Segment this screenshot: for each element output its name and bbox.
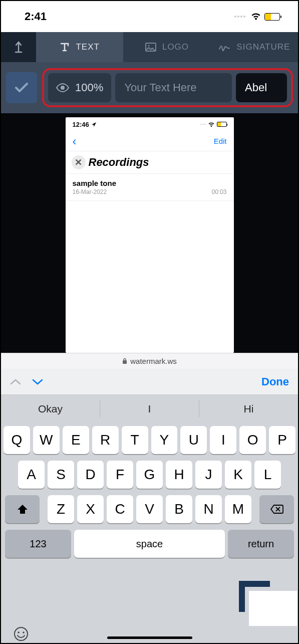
text-placeholder: Your Text Here bbox=[124, 81, 196, 94]
wifi-icon bbox=[250, 13, 261, 21]
text-toolbar: 100% Your Text Here Abel bbox=[1, 62, 298, 113]
tab-logo[interactable]: LOGO bbox=[123, 32, 210, 62]
preview-title: Recordings bbox=[89, 156, 149, 169]
svg-point-5 bbox=[18, 631, 20, 633]
tab-logo-label: LOGO bbox=[162, 42, 189, 52]
key-q[interactable]: Q bbox=[4, 426, 30, 454]
key-b[interactable]: B bbox=[166, 495, 192, 523]
chevron-up-icon[interactable] bbox=[10, 378, 21, 385]
preview-status-bar: 12:46 bbox=[66, 117, 234, 131]
keyboard-suggestions: Okay I Hi bbox=[1, 395, 298, 423]
key-u[interactable]: U bbox=[180, 426, 207, 454]
back-button[interactable] bbox=[1, 32, 36, 62]
text-icon bbox=[60, 42, 70, 52]
suggestion-3[interactable]: Hi bbox=[199, 400, 298, 417]
svg-point-1 bbox=[148, 45, 149, 47]
key-space[interactable]: space bbox=[74, 530, 225, 558]
preview-edit-label: Edit bbox=[214, 137, 227, 145]
suggestion-1[interactable]: Okay bbox=[1, 400, 100, 417]
key-y[interactable]: Y bbox=[151, 426, 178, 454]
key-f[interactable]: F bbox=[107, 461, 133, 489]
home-indicator[interactable] bbox=[107, 636, 192, 639]
font-name: Abel bbox=[245, 81, 267, 94]
cell-signal-icon bbox=[234, 16, 245, 18]
status-time: 2:41 bbox=[25, 10, 47, 23]
watermark-text-input[interactable]: Your Text Here bbox=[115, 73, 232, 102]
key-r[interactable]: R bbox=[92, 426, 119, 454]
key-return[interactable]: return bbox=[228, 530, 294, 558]
preview-list-item: sample tone 16-Mar-2022 00:03 bbox=[66, 174, 234, 201]
eye-icon bbox=[56, 83, 69, 92]
preview-image: 12:46 ‹ Edit ✕ Recordings sample tone 16… bbox=[66, 117, 234, 353]
device-status-bar: 2:41 bbox=[1, 1, 298, 32]
key-o[interactable]: O bbox=[239, 426, 266, 454]
key-x[interactable]: X bbox=[77, 495, 104, 523]
svg-point-6 bbox=[23, 631, 25, 633]
key-l[interactable]: L bbox=[254, 461, 281, 489]
signature-icon bbox=[218, 43, 230, 51]
preview-item-name: sample tone bbox=[73, 179, 117, 187]
keyboard-row-1: Q W E R T Y U I O P bbox=[4, 426, 295, 454]
opacity-value: 100% bbox=[75, 81, 103, 94]
url-domain: watermark.ws bbox=[130, 357, 177, 365]
key-c[interactable]: C bbox=[107, 495, 133, 523]
font-selector[interactable]: Abel bbox=[236, 73, 287, 102]
preview-time: 12:46 bbox=[73, 121, 89, 128]
key-backspace[interactable] bbox=[259, 495, 294, 523]
key-j[interactable]: J bbox=[195, 461, 222, 489]
svg-point-4 bbox=[15, 627, 28, 640]
keyboard-accessory-bar: Done bbox=[1, 369, 298, 395]
preview-item-duration: 00:03 bbox=[211, 188, 226, 195]
mode-tabs: TEXT LOGO SIGNATURE bbox=[1, 32, 298, 62]
key-p[interactable]: P bbox=[269, 426, 295, 454]
key-w[interactable]: W bbox=[33, 426, 60, 454]
opacity-control[interactable]: 100% bbox=[48, 73, 111, 102]
confirm-button[interactable] bbox=[6, 72, 37, 103]
key-g[interactable]: G bbox=[136, 461, 163, 489]
preview-title-row: ✕ Recordings bbox=[66, 151, 234, 174]
suggestion-2[interactable]: I bbox=[100, 400, 199, 417]
done-button[interactable]: Done bbox=[261, 375, 289, 388]
backspace-icon bbox=[270, 504, 284, 514]
canvas-area[interactable]: 12:46 ‹ Edit ✕ Recordings sample tone 16… bbox=[1, 113, 298, 353]
key-e[interactable]: E bbox=[63, 426, 89, 454]
svg-point-2 bbox=[61, 86, 65, 90]
key-z[interactable]: Z bbox=[48, 495, 74, 523]
close-icon: ✕ bbox=[72, 155, 86, 169]
preview-nav-bar: ‹ Edit bbox=[66, 131, 234, 151]
key-a[interactable]: A bbox=[18, 461, 45, 489]
key-shift[interactable] bbox=[5, 495, 40, 523]
browser-url-bar[interactable]: watermark.ws bbox=[1, 353, 298, 369]
lock-icon bbox=[122, 358, 127, 364]
keyboard-row-3: Z X C V B N M bbox=[4, 495, 295, 523]
preview-cell-icon bbox=[200, 124, 206, 125]
key-h[interactable]: H bbox=[166, 461, 192, 489]
svg-rect-3 bbox=[123, 360, 127, 364]
back-arrow-icon bbox=[14, 41, 24, 53]
key-t[interactable]: T bbox=[122, 426, 148, 454]
key-i[interactable]: I bbox=[210, 426, 236, 454]
tab-signature[interactable]: SIGNATURE bbox=[211, 32, 298, 62]
preview-back-icon: ‹ bbox=[73, 134, 77, 148]
preview-item-date: 16-Mar-2022 bbox=[73, 188, 117, 195]
check-icon bbox=[15, 82, 29, 93]
status-indicators bbox=[234, 13, 280, 21]
highlighted-toolbar: 100% Your Text Here Abel bbox=[42, 68, 293, 107]
key-s[interactable]: S bbox=[48, 461, 74, 489]
emoji-icon[interactable] bbox=[13, 626, 29, 642]
tab-text[interactable]: TEXT bbox=[36, 32, 123, 62]
key-k[interactable]: K bbox=[225, 461, 251, 489]
image-icon bbox=[145, 43, 156, 52]
watermark-logo bbox=[249, 591, 297, 626]
key-d[interactable]: D bbox=[77, 461, 104, 489]
key-v[interactable]: V bbox=[136, 495, 163, 523]
tab-signature-label: SIGNATURE bbox=[236, 42, 290, 52]
preview-battery-icon bbox=[217, 122, 227, 127]
keyboard-row-4: 123 space return bbox=[4, 530, 295, 558]
battery-icon bbox=[264, 13, 280, 21]
chevron-down-icon[interactable] bbox=[32, 378, 43, 385]
location-icon bbox=[91, 122, 97, 127]
key-m[interactable]: M bbox=[225, 495, 251, 523]
key-123[interactable]: 123 bbox=[5, 530, 71, 558]
key-n[interactable]: N bbox=[195, 495, 222, 523]
